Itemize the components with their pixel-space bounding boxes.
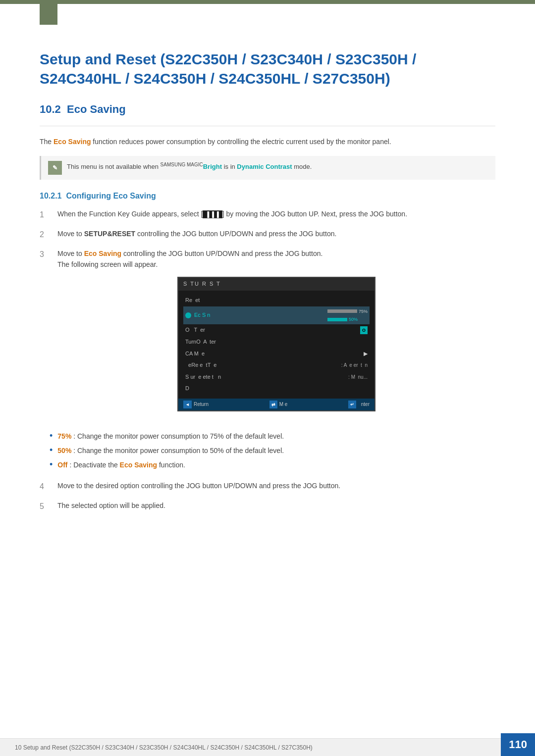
- step-content-4: Move to the desired option controlling t…: [57, 480, 495, 493]
- step-content-3: Move to Eco Saving controlling the JOG b…: [57, 248, 495, 422]
- bullet-list: • 75% : Change the monitor power consump…: [50, 431, 495, 470]
- monitor-row-source: S ur e ete t n : M nu...: [183, 371, 370, 383]
- monitor-row-d: D: [183, 383, 370, 395]
- pct-75-label: 75%: [57, 432, 71, 440]
- monitor-mockup: S TU R S T Re et Ec S n: [177, 277, 375, 411]
- steps-list-2: 4 Move to the desired option controlling…: [40, 480, 495, 512]
- off-label: Off: [57, 461, 67, 469]
- monitor-row-reset: Re et: [183, 295, 370, 306]
- monitor-row-offtimer: O T er O: [183, 324, 370, 336]
- intro-text-before: The: [40, 138, 54, 146]
- step-1: 1 When the Function Key Guide appears, s…: [40, 208, 495, 221]
- subsection-title: 10.2.1 Configuring Eco Saving: [40, 192, 495, 201]
- eco-saving-step3: Eco Saving: [84, 250, 121, 257]
- step-content-2: Move to SETUP&RESET controlling the JOG …: [57, 228, 495, 241]
- section-heading: Eco Saving: [67, 103, 126, 115]
- setup-reset-term: SETUP&RESET: [84, 230, 135, 238]
- intro-paragraph: The Eco Saving function reduces power co…: [40, 136, 495, 147]
- dynamic-contrast-term: Dynamic Contrast: [237, 163, 292, 171]
- step-num-4: 4: [40, 480, 50, 493]
- step-num-3: 3: [40, 248, 50, 422]
- note-text: This menu is not available when SAMSUNG …: [67, 161, 312, 172]
- note-icon: ✎: [48, 161, 62, 175]
- monitor-row-camode: CA M e ▶: [183, 348, 370, 360]
- intro-text-after: function reduces power consumption by co…: [91, 138, 391, 146]
- page-footer: 10 Setup and Reset (S22C350H / S23C340H …: [0, 738, 535, 756]
- step-4: 4 Move to the desired option controlling…: [40, 480, 495, 493]
- footer-chapter-text: 10 Setup and Reset (S22C350H / S23C340H …: [15, 744, 313, 751]
- step-5: 5 The selected option will be applied.: [40, 500, 495, 513]
- monitor-row-ecosaving: Ec S n 75% 5: [183, 306, 370, 325]
- step-num-1: 1: [40, 208, 50, 221]
- jog-icon: ▐▐▐: [203, 210, 222, 218]
- eco-saving-bullet: Eco Saving: [120, 461, 157, 469]
- bright-term: Bright: [203, 163, 222, 171]
- pct-50-label: 50%: [57, 447, 71, 454]
- divider: [40, 126, 495, 126]
- section-number: 10.2: [40, 103, 61, 115]
- samsung-magic-label: SAMSUNG MAGIC: [160, 162, 203, 167]
- step-num-5: 5: [40, 500, 50, 513]
- step-2: 2 Move to SETUP&RESET controlling the JO…: [40, 228, 495, 241]
- page-main-title: Setup and Reset (S22C350H / S23C340H / S…: [40, 50, 495, 88]
- step-content-1: When the Function Key Guide appears, sel…: [57, 208, 495, 221]
- step-num-2: 2: [40, 228, 50, 241]
- eco-saving-term: Eco Saving: [54, 138, 91, 146]
- monitor-footer: ◄ Return ⇄ M e ↵ nter: [178, 399, 374, 410]
- monitor-row-turnoff: TurnO A ter: [183, 336, 370, 348]
- footer-return: ◄ Return: [183, 401, 209, 408]
- section-title: 10.2 Eco Saving: [40, 103, 495, 116]
- bullet-50: • 50% : Change the monitor power consump…: [50, 446, 495, 456]
- monitor-body: Re et Ec S n 75: [178, 291, 374, 399]
- page-number: 110: [501, 733, 535, 756]
- step-3: 3 Move to Eco Saving controlling the JOG…: [40, 248, 495, 422]
- monitor-row-reset-mode: eRe e tT e : A e er t n: [183, 359, 370, 371]
- bullet-off: • Off : Deactivate the Eco Saving functi…: [50, 460, 495, 470]
- step-content-5: The selected option will be applied.: [57, 500, 495, 513]
- steps-list: 1 When the Function Key Guide appears, s…: [40, 208, 495, 421]
- footer-move: ⇄ M e: [269, 401, 288, 408]
- bullet-75: • 75% : Change the monitor power consump…: [50, 431, 495, 442]
- monitor-header: S TU R S T: [178, 278, 374, 291]
- footer-enter: ↵ nter: [348, 401, 370, 408]
- note-box: ✎ This menu is not available when SAMSUN…: [40, 156, 495, 180]
